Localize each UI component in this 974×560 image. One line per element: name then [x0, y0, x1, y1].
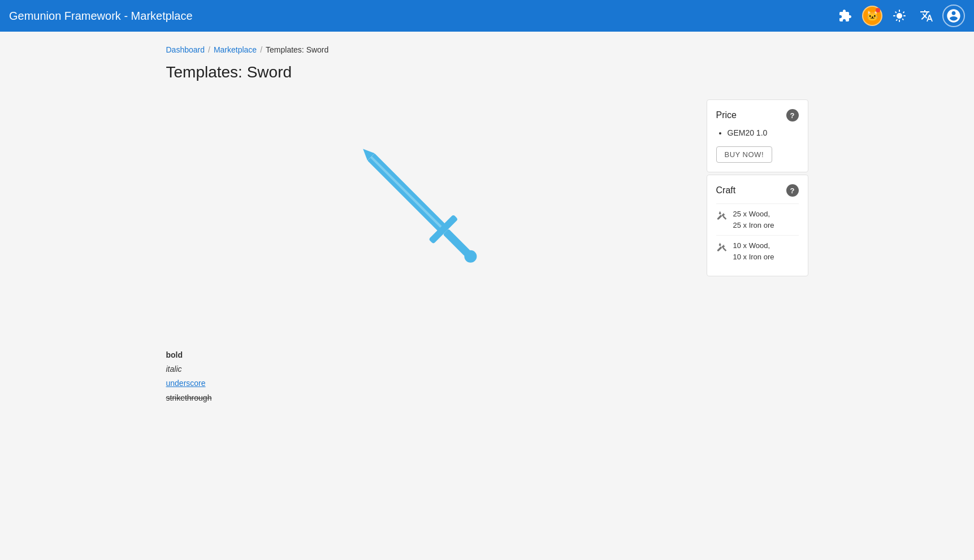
craft-card-header: Craft ?	[716, 184, 799, 197]
page-title: Templates: Sword	[166, 63, 808, 81]
breadcrumb-current: Templates: Sword	[266, 45, 328, 54]
craft-tools-icon-2	[716, 241, 728, 255]
breadcrumb-sep-1: /	[208, 45, 210, 54]
desc-bold-line: bold	[166, 348, 808, 362]
price-card-header: Price ?	[716, 109, 799, 121]
price-help-icon[interactable]: ?	[786, 109, 799, 121]
breadcrumb-dashboard[interactable]: Dashboard	[166, 45, 205, 54]
price-card: Price ? GEM20 1.0 BUY NOW!	[707, 99, 808, 172]
puzzle-icon-button[interactable]	[834, 5, 856, 27]
breadcrumb-marketplace[interactable]: Marketplace	[214, 45, 257, 54]
desc-italic-text: italic	[166, 364, 182, 374]
notification-dot	[876, 8, 880, 12]
sword-illustration	[348, 116, 507, 309]
header-icons-group: 🐱	[834, 5, 965, 27]
profile-ring-button[interactable]	[942, 5, 965, 27]
main-layout: Price ? GEM20 1.0 BUY NOW! Craft ?	[166, 99, 808, 325]
theme-icon-button[interactable]	[888, 5, 911, 27]
desc-underline-text: underscore	[166, 379, 206, 388]
svg-rect-2	[370, 156, 443, 229]
craft-recipe-1-text: 25 x Wood,25 x Iron ore	[733, 209, 774, 231]
craft-tools-icon-1	[716, 210, 728, 224]
desc-italic-line: italic	[166, 362, 808, 376]
craft-recipe-2-text: 10 x Wood,10 x Iron ore	[733, 240, 774, 262]
translate-icon-button[interactable]	[915, 5, 938, 27]
craft-recipe-2: 10 x Wood,10 x Iron ore	[716, 235, 799, 267]
price-card-title: Price	[716, 110, 737, 120]
craft-recipe-1: 25 x Wood,25 x Iron ore	[716, 203, 799, 235]
breadcrumb: Dashboard / Marketplace / Templates: Swo…	[166, 45, 808, 54]
desc-strikethrough-line: strikethrough	[166, 391, 808, 405]
breadcrumb-sep-2: /	[260, 45, 262, 54]
desc-bold-text: bold	[166, 350, 183, 359]
craft-card-title: Craft	[716, 185, 736, 196]
right-panel: Price ? GEM20 1.0 BUY NOW! Craft ?	[707, 99, 808, 279]
craft-help-icon[interactable]: ?	[786, 184, 799, 197]
craft-card: Craft ? 25 x Wood,25 x Iron ore	[707, 175, 808, 276]
buy-now-button[interactable]: BUY NOW!	[716, 146, 773, 163]
price-list: GEM20 1.0	[716, 128, 799, 137]
description-area: bold italic underscore strikethrough	[166, 348, 808, 405]
user-avatar-button[interactable]: 🐱	[861, 5, 884, 27]
desc-strikethrough-text: strikethrough	[166, 393, 212, 402]
price-item: GEM20 1.0	[728, 128, 799, 137]
app-header: Gemunion Framework - Marketplace 🐱	[0, 0, 974, 32]
desc-underline-line: underscore	[166, 376, 808, 390]
sword-image-area	[166, 99, 689, 325]
app-title: Gemunion Framework - Marketplace	[9, 10, 193, 23]
main-content: Dashboard / Marketplace / Templates: Swo…	[148, 32, 826, 419]
